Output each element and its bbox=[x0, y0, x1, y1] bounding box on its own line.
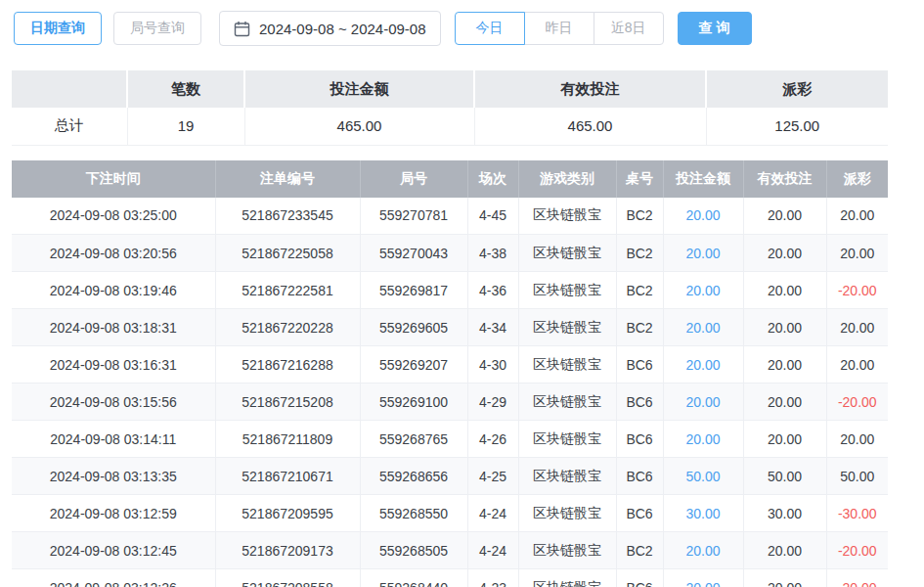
bet-amount-link[interactable]: 20.00 bbox=[685, 431, 720, 447]
cell-round-id: 559269605 bbox=[360, 309, 467, 346]
cell-game-type: 区块链骰宝 bbox=[518, 421, 616, 458]
cell-time: 2024-09-08 03:18:31 bbox=[12, 309, 215, 346]
bet-amount-link[interactable]: 20.00 bbox=[685, 320, 720, 336]
cell-bet-amount: 20.00 bbox=[663, 569, 743, 587]
bet-amount-link[interactable]: 20.00 bbox=[685, 283, 720, 298]
record-row: 2024-09-08 03:14:11521867211809559268765… bbox=[12, 421, 888, 458]
bet-amount-link[interactable]: 30.00 bbox=[685, 506, 720, 521]
bet-amount-link[interactable]: 20.00 bbox=[685, 357, 720, 373]
bet-amount-link[interactable]: 20.00 bbox=[685, 543, 720, 559]
cell-payout: 50.00 bbox=[826, 458, 888, 495]
record-row: 2024-09-08 03:25:00521867233545559270781… bbox=[12, 198, 888, 235]
cell-time: 2024-09-08 03:13:35 bbox=[12, 458, 215, 495]
cell-time: 2024-09-08 03:15:56 bbox=[12, 384, 215, 421]
bet-amount-link[interactable]: 20.00 bbox=[685, 207, 720, 223]
cell-time: 2024-09-08 03:19:46 bbox=[12, 272, 215, 309]
bet-amount-link[interactable]: 50.00 bbox=[685, 469, 720, 484]
summary-total-valid-bet: 465.00 bbox=[474, 108, 706, 145]
cell-bet-amount: 20.00 bbox=[663, 235, 743, 272]
cell-bet-id: 521867233545 bbox=[215, 198, 360, 235]
records-table: 下注时间 注单编号 局号 场次 游戏类别 桌号 投注金额 有效投注 派彩 202… bbox=[12, 160, 888, 587]
cell-payout: 20.00 bbox=[826, 235, 888, 272]
cell-valid-bet: 20.00 bbox=[743, 569, 826, 587]
cell-session: 4-23 bbox=[467, 569, 518, 587]
cell-table-no: BC2 bbox=[616, 532, 663, 569]
cell-game-type: 区块链骰宝 bbox=[518, 309, 616, 346]
records-header-bet-amount: 投注金额 bbox=[663, 160, 743, 198]
cell-table-no: BC6 bbox=[616, 421, 663, 458]
bet-amount-link[interactable]: 20.00 bbox=[685, 246, 720, 261]
cell-valid-bet: 50.00 bbox=[743, 458, 826, 495]
cell-valid-bet: 20.00 bbox=[743, 421, 826, 458]
record-row: 2024-09-08 03:16:31521867216288559269207… bbox=[12, 346, 888, 384]
yesterday-button[interactable]: 昨日 bbox=[524, 12, 594, 45]
cell-game-type: 区块链骰宝 bbox=[518, 495, 616, 532]
cell-bet-id: 521867210671 bbox=[215, 458, 360, 495]
bet-amount-link[interactable]: 20.00 bbox=[685, 580, 720, 587]
cell-valid-bet: 30.00 bbox=[743, 495, 826, 532]
cell-time: 2024-09-08 03:14:11 bbox=[12, 421, 215, 458]
cell-valid-bet: 20.00 bbox=[743, 309, 826, 346]
date-range-value: 2024-09-08 ~ 2024-09-08 bbox=[259, 21, 426, 37]
cell-round-id: 559268765 bbox=[360, 421, 467, 458]
bet-amount-link[interactable]: 20.00 bbox=[685, 394, 720, 410]
cell-game-type: 区块链骰宝 bbox=[518, 235, 616, 272]
cell-session: 4-30 bbox=[467, 346, 518, 384]
cell-valid-bet: 20.00 bbox=[743, 384, 826, 421]
quick-range-button-group: 今日 昨日 近8日 bbox=[455, 12, 664, 45]
cell-bet-id: 521867216288 bbox=[215, 346, 360, 384]
cell-valid-bet: 20.00 bbox=[743, 532, 826, 569]
date-query-tab-button[interactable]: 日期查询 bbox=[14, 12, 102, 45]
cell-round-id: 559270781 bbox=[360, 198, 467, 235]
records-header-payout: 派彩 bbox=[826, 160, 888, 198]
cell-table-no: BC6 bbox=[616, 384, 663, 421]
cell-bet-id: 521867215208 bbox=[215, 384, 360, 421]
cell-round-id: 559268440 bbox=[360, 569, 467, 587]
cell-bet-amount: 20.00 bbox=[663, 198, 743, 235]
round-query-tab-button[interactable]: 局号查询 bbox=[113, 12, 201, 45]
cell-payout: 20.00 bbox=[826, 309, 888, 346]
cell-valid-bet: 20.00 bbox=[743, 235, 826, 272]
record-row: 2024-09-08 03:12:59521867209595559268550… bbox=[12, 495, 888, 532]
cell-round-id: 559268550 bbox=[360, 495, 467, 532]
cell-session: 4-38 bbox=[467, 235, 518, 272]
cell-bet-id: 521867208558 bbox=[215, 569, 360, 587]
cell-bet-amount: 50.00 bbox=[663, 458, 743, 495]
date-range-input[interactable]: 2024-09-08 ~ 2024-09-08 bbox=[219, 11, 441, 46]
record-row: 2024-09-08 03:13:35521867210671559268656… bbox=[12, 458, 888, 495]
cell-payout: -20.00 bbox=[826, 272, 888, 309]
cell-bet-amount: 20.00 bbox=[663, 384, 743, 421]
cell-bet-id: 521867209595 bbox=[215, 495, 360, 532]
cell-session: 4-45 bbox=[467, 198, 518, 235]
cell-round-id: 559269817 bbox=[360, 272, 467, 309]
summary-total-payout: 125.00 bbox=[706, 108, 888, 145]
cell-table-no: BC6 bbox=[616, 569, 663, 587]
last-8-days-button[interactable]: 近8日 bbox=[594, 12, 664, 45]
cell-session: 4-24 bbox=[467, 495, 518, 532]
cell-table-no: BC2 bbox=[616, 309, 663, 346]
record-row: 2024-09-08 03:12:26521867208558559268440… bbox=[12, 569, 888, 587]
cell-bet-amount: 20.00 bbox=[663, 421, 743, 458]
cell-round-id: 559270043 bbox=[360, 235, 467, 272]
cell-table-no: BC6 bbox=[616, 458, 663, 495]
cell-bet-id: 521867211809 bbox=[215, 421, 360, 458]
cell-bet-id: 521867220228 bbox=[215, 309, 360, 346]
today-button[interactable]: 今日 bbox=[455, 12, 525, 45]
record-row: 2024-09-08 03:19:46521867222581559269817… bbox=[12, 272, 888, 309]
summary-header-blank bbox=[12, 70, 127, 108]
cell-payout: -20.00 bbox=[826, 532, 888, 569]
cell-payout: -20.00 bbox=[826, 384, 888, 421]
records-tbody: 2024-09-08 03:25:00521867233545559270781… bbox=[12, 198, 888, 587]
search-button[interactable]: 查询 bbox=[678, 12, 752, 45]
cell-table-no: BC2 bbox=[616, 272, 663, 309]
records-header-bet-id: 注单编号 bbox=[215, 160, 360, 198]
summary-table: 笔数 投注金额 有效投注 派彩 总计 19 465.00 465.00 125.… bbox=[12, 70, 888, 146]
summary-header-bet-amount: 投注金额 bbox=[244, 70, 474, 108]
cell-session: 4-36 bbox=[467, 272, 518, 309]
cell-time: 2024-09-08 03:25:00 bbox=[12, 198, 215, 235]
cell-time: 2024-09-08 03:12:26 bbox=[12, 569, 215, 587]
cell-game-type: 区块链骰宝 bbox=[518, 198, 616, 235]
cell-round-id: 559269207 bbox=[360, 346, 467, 384]
cell-bet-amount: 30.00 bbox=[663, 495, 743, 532]
cell-game-type: 区块链骰宝 bbox=[518, 458, 616, 495]
